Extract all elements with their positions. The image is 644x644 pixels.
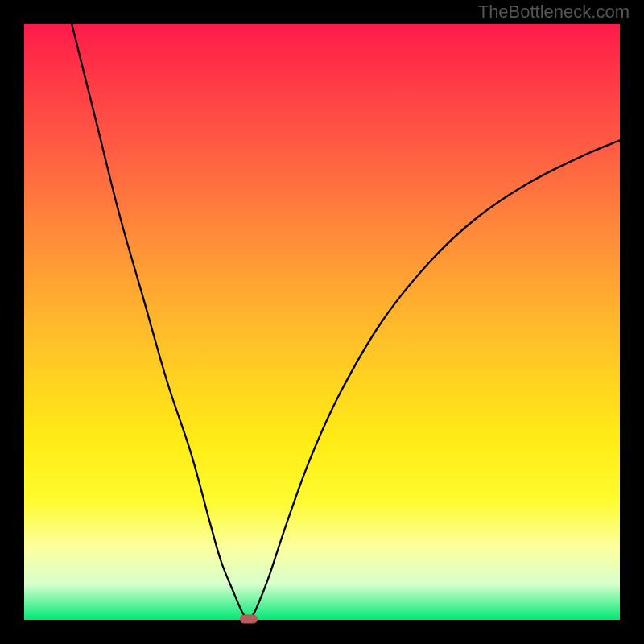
curve-left-segment [72,24,246,618]
chart-plot-area [24,24,620,620]
bottleneck-curve [24,24,620,620]
watermark-text: TheBottleneck.com [478,2,630,23]
minimum-marker [240,614,258,623]
curve-right-segment [252,140,620,617]
